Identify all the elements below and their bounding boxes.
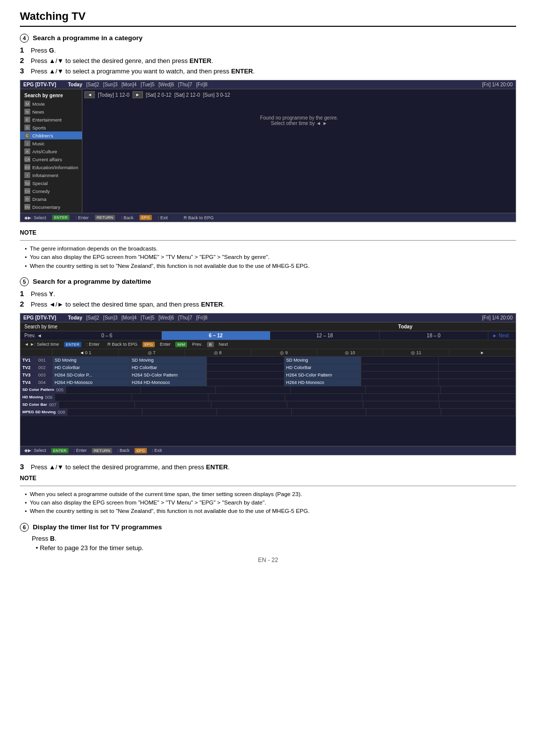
- epg2-time-row: Prev. ◄ 0 – 6 6 – 12 12 – 18 18 – 0 ► Ne…: [20, 331, 516, 340]
- epg1-genre-sports[interactable]: SSports: [20, 124, 82, 131]
- step5-2: 2 Press ◄/► to select the desired time s…: [20, 300, 516, 308]
- epg1-no-program-line1: Found no programme by the genre.: [89, 115, 509, 121]
- epg1-footer-exit-label: : Exit: [158, 215, 168, 220]
- epg2-tv2-name: TV2: [22, 365, 36, 370]
- epg2-slot-2[interactable]: 12 – 18: [270, 331, 380, 340]
- epg2-tv3-cell3[interactable]: H264 SD-Color Pattern: [284, 372, 362, 378]
- epg2-slots: 0 – 6 6 – 12 12 – 18 18 – 0: [53, 331, 488, 340]
- current-icon: CA: [24, 156, 30, 162]
- entertainment-icon: E: [24, 117, 30, 123]
- epg2-tv1-cell1[interactable]: SD Moving: [130, 357, 207, 364]
- epg1-genre-drama[interactable]: DDrama: [20, 195, 82, 203]
- epg2-slot-1[interactable]: 6 – 12: [162, 331, 271, 340]
- epg1-day-3: [Mon]4: [122, 82, 137, 87]
- epg2-sdcb-name: SD Color Bar: [22, 402, 47, 407]
- epg1-slot-0: [Today] 1 12-0: [98, 92, 129, 98]
- epg1-genre-documentary[interactable]: DoDocumentary: [20, 203, 82, 211]
- epg1-genre-entertainment[interactable]: EEntertainment: [20, 116, 82, 124]
- epg1-genre-arts[interactable]: AArts/Culture: [20, 147, 82, 155]
- epg2-chnum-6: ►: [450, 349, 516, 356]
- epg2-day-7: [Fri]8: [196, 315, 207, 320]
- section6-title: Display the timer list for TV programmes: [33, 523, 162, 531]
- epg2-ch-spacer: [20, 349, 53, 356]
- documentary-icon: Do: [24, 204, 30, 210]
- section5-header: 5 Search for a programme by date/time: [20, 277, 516, 286]
- epg1-genre-movie[interactable]: MMovie: [20, 100, 82, 108]
- epg2-row-mpeg: MPEG SD Moving 008: [20, 409, 516, 416]
- epg1-genre-comedy[interactable]: CoComedy: [20, 187, 82, 195]
- epg2-tv3-cell5: [439, 372, 516, 378]
- epg1-header: EPG [DTV-TV] Today [Sat]2 [Sun]3 [Mon]4 …: [20, 80, 516, 89]
- epg2-mpeg-cells: [67, 409, 516, 416]
- section6-circle: 6: [20, 523, 29, 532]
- epg2-prev[interactable]: Prev. ◄: [20, 331, 53, 340]
- epg2-slot-0[interactable]: 0 – 6: [53, 331, 162, 340]
- epg1-slot-1: [Sat] 2 0-12: [146, 92, 172, 98]
- epg1-days: Today [Sat]2 [Sun]3 [Mon]4 [Tue]5 [Wed]6…: [68, 82, 477, 87]
- epg1-genre-music[interactable]: ♪Music: [20, 139, 82, 147]
- epg2-tv4-name: TV4: [22, 380, 36, 385]
- epg1-genre-infotainment[interactable]: IInfotainment: [20, 171, 82, 179]
- epg2-chnum-1: ◎ 7: [119, 349, 185, 356]
- epg2-mpeg-label: MPEG SD Moving 008: [20, 409, 67, 416]
- epg2-tv1-cell3[interactable]: SD Moving: [284, 357, 362, 364]
- epg2-tv4-cell1[interactable]: H264 HD-Monosco: [130, 379, 207, 386]
- section6-header: 6 Display the timer list for TV programm…: [20, 523, 516, 532]
- epg2-tv2-cell3[interactable]: HD ColorBar: [284, 364, 362, 371]
- step5-1-num: 1: [20, 289, 27, 298]
- epg2-ctrl-mm-btn: M/M: [175, 342, 187, 347]
- epg2-tv3-label: TV3 003: [20, 372, 53, 378]
- epg1-nav-left[interactable]: ◄: [84, 91, 95, 98]
- epg2-today-label: Today: [394, 322, 416, 331]
- epg1-genre-children[interactable]: CChildren's: [20, 131, 82, 139]
- epg2-row-tv3: TV3 003 H264 SD-Color P... H264 SD-Color…: [20, 372, 516, 379]
- epg2-ch-header: ◄ 0 1 ◎ 7 ◎ 8 ◎ 9 ◎ 10 ◎ 11 ►: [20, 349, 516, 357]
- epg2-day-2: [Sun]3: [103, 315, 118, 320]
- epg2-row-tv1: TV1 001 SD Moving SD Moving SD Moving: [20, 357, 516, 364]
- epg2-next[interactable]: ► Next: [488, 331, 516, 340]
- epg2-ctrl-enter-btn: ENTER: [64, 342, 81, 347]
- epg2-days: Today [Sat]2 [Sun]3 [Mon]4 [Tue]5 [Wed]6…: [68, 315, 477, 320]
- epg2-ctrl-b-btn: B: [207, 342, 213, 347]
- step5-3-text: Press ▲/▼ to select the desired programm…: [31, 463, 230, 471]
- epg2-tv2-cell1[interactable]: HD ColorBar: [130, 364, 207, 371]
- epg1-genre-news[interactable]: NNews: [20, 108, 82, 116]
- step4-1: 1 Press G.: [20, 46, 516, 54]
- epg2-sdcp-cells: [66, 386, 516, 393]
- epg2-tv1-cell4: [361, 357, 439, 364]
- epg1-nav-right[interactable]: ►: [133, 91, 143, 98]
- page-footer: EN - 22: [20, 557, 516, 564]
- step5-3: 3 Press ▲/▼ to select the desired progra…: [20, 462, 516, 471]
- epg2-tv3-cells: H264 SD-Color P... H264 SD-Color Pattern…: [53, 372, 516, 378]
- epg2-tv4-cell0[interactable]: H264 HD-Monosco: [53, 379, 130, 386]
- epg2-tv1-cell0[interactable]: SD Moving: [53, 357, 130, 364]
- step4-3-text: Press ▲/▼ to select a programme you want…: [31, 67, 255, 75]
- epg2-tv3-cell0[interactable]: H264 SD-Color P...: [53, 372, 130, 378]
- epg2-day-3: [Mon]4: [122, 315, 137, 320]
- note1-title: NOTE: [20, 229, 516, 236]
- epg2-mpeg-name: MPEG SD Moving: [22, 410, 56, 414]
- music-icon: ♪: [24, 140, 30, 146]
- epg1-genre-education[interactable]: EdEducation/Information: [20, 163, 82, 171]
- epg2-footer-return-btn: RETURN: [92, 448, 112, 453]
- epg2-tv4-cell4: [361, 379, 439, 386]
- comedy-icon: Co: [24, 188, 30, 194]
- epg2-tv3-cell1[interactable]: H264 SD-Color Pattern: [130, 372, 207, 378]
- epg1-genre-current[interactable]: CACurrent affairs: [20, 155, 82, 163]
- epg2-tv4-cell3[interactable]: H264 HD-Monosco: [284, 379, 362, 386]
- epg1-day-5: [Wed]6: [158, 82, 174, 87]
- step5-1: 1 Press Y.: [20, 289, 516, 298]
- epg2-tv2-cell0[interactable]: HD ColorBar: [53, 364, 130, 371]
- section5-title: Search for a programme by date/time: [33, 278, 151, 285]
- sports-icon: S: [24, 125, 30, 130]
- epg2-tv2-cell4: [361, 364, 439, 371]
- epg2-tv2-label: TV2 002: [20, 364, 53, 371]
- epg2-slot-3[interactable]: 18 – 0: [380, 331, 489, 340]
- epg1-genre-special[interactable]: SpSpecial: [20, 179, 82, 187]
- epg2-footer-back-label: : Back: [117, 448, 130, 453]
- epg2-tv3-cell2: [207, 372, 284, 378]
- epg2-row-tv4: TV4 004 H264 HD-Monosco H264 HD-Monosco …: [20, 379, 516, 386]
- epg1-screen: EPG [DTV-TV] Today [Sat]2 [Sun]3 [Mon]4 …: [20, 80, 516, 222]
- epg2-hdmov-label: HD Moving 006: [20, 394, 55, 401]
- epg2-tv1-name: TV1: [22, 358, 36, 363]
